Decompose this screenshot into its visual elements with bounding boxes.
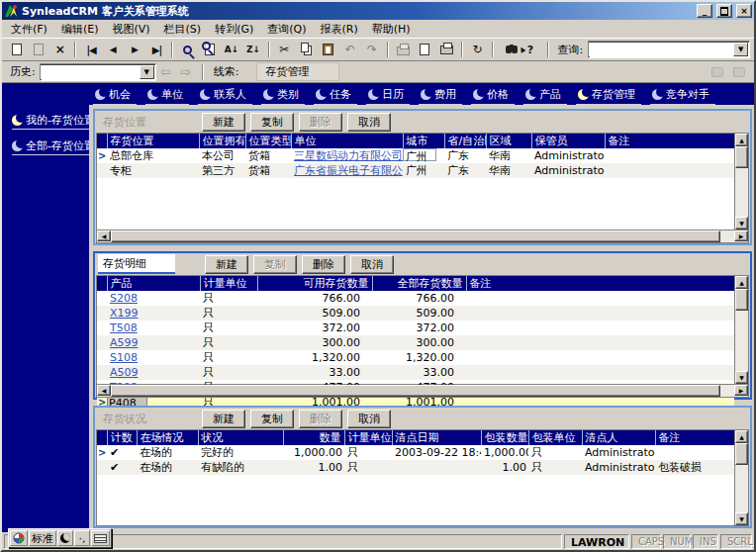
status-cancel-button[interactable]: 取消 <box>347 410 391 428</box>
prev-view-button[interactable] <box>707 62 728 82</box>
preview-button[interactable] <box>199 40 220 59</box>
menu-goto[interactable]: 转到(G) <box>208 20 260 39</box>
col-unit[interactable]: 计量单位 <box>344 430 392 445</box>
find-button[interactable] <box>177 40 198 59</box>
col-total-qty[interactable]: 全部存货数量 <box>372 276 466 291</box>
menu-file[interactable]: 文件(F) <box>4 20 54 39</box>
company-link[interactable]: 广东省振兴电子有限公司 <box>294 164 403 177</box>
col-location[interactable]: 存货位置 <box>107 134 199 148</box>
tab-inventory-active[interactable]: 存货管理 <box>576 86 641 105</box>
detail-copy-button[interactable]: 复制 <box>253 255 297 274</box>
tab-expense[interactable]: 费用 <box>419 86 462 105</box>
table-row[interactable]: A599只300.00300.00 <box>97 335 734 350</box>
product-link[interactable]: S208 <box>110 292 138 305</box>
col-counter[interactable]: 清点人 <box>582 430 655 445</box>
horizontal-scrollbar[interactable]: ◀ ▶ <box>96 385 749 398</box>
detail-cancel-button[interactable]: 取消 <box>350 255 394 274</box>
product-link[interactable]: A599 <box>110 336 139 349</box>
history-input[interactable] <box>41 65 139 79</box>
tab-opportunity[interactable]: 机会 <box>93 86 137 105</box>
location-new-button[interactable]: 新建 <box>202 113 245 132</box>
location-delete-button[interactable]: 删除 <box>299 113 342 132</box>
context-help-button[interactable]: ? <box>520 40 540 59</box>
col-note[interactable]: 备注 <box>655 430 734 445</box>
scroll-thumb[interactable] <box>735 443 748 465</box>
delete-record-button[interactable]: × <box>49 40 70 59</box>
scroll-down-button[interactable]: ▼ <box>735 371 748 384</box>
scroll-thumb[interactable] <box>735 146 748 168</box>
vertical-scrollbar[interactable]: ▲ ▼ <box>734 134 748 230</box>
cut-button[interactable]: ✂ <box>274 40 295 59</box>
menu-report[interactable]: 报表(R) <box>314 20 365 39</box>
col-company[interactable]: 单位 <box>291 134 403 148</box>
copy-button[interactable] <box>296 40 317 59</box>
col-presence[interactable]: 在场情况 <box>137 430 198 445</box>
col-quantity[interactable]: 数量 <box>283 430 344 445</box>
next-record-button[interactable]: ▶ <box>125 40 145 59</box>
ime-mode-button[interactable]: 标准 <box>29 530 56 546</box>
scroll-up-button[interactable]: ▲ <box>735 276 748 289</box>
scroll-left-button[interactable]: ◀ <box>97 230 111 241</box>
history-dropdown-button[interactable]: ▼ <box>140 65 154 79</box>
col-product[interactable]: 产品 <box>107 276 200 291</box>
ime-softkeyboard-button[interactable] <box>91 530 110 546</box>
col-count[interactable]: 计数 <box>107 430 137 445</box>
ime-fullhalf-button[interactable] <box>57 530 73 546</box>
restore-button[interactable] <box>716 4 732 18</box>
prev-record-button[interactable]: ◀ <box>103 40 124 59</box>
col-region[interactable]: 区域 <box>486 134 531 148</box>
table-row[interactable]: T508只372.00372.00 <box>97 321 734 335</box>
menu-query[interactable]: 查询(Q) <box>260 20 313 39</box>
city-cell-editor[interactable]: 广州 <box>403 148 436 161</box>
redo-button[interactable]: ↷ <box>361 40 382 59</box>
menu-help[interactable]: 帮助(H) <box>365 20 418 39</box>
table-row[interactable]: X199只509.00509.00 <box>97 306 734 321</box>
col-province[interactable]: 省/自治区 <box>444 134 486 148</box>
query-input[interactable] <box>589 43 732 56</box>
scroll-thumb[interactable] <box>111 230 720 242</box>
product-link[interactable]: A509 <box>110 366 139 379</box>
sidebar-item-all-inventory-locations[interactable]: 全部-存货位置 <box>12 138 95 155</box>
table-row[interactable]: > ✔ 在场的 完好的 1,000.00 只 2003-09-22 18:47 … <box>97 445 734 460</box>
table-row[interactable]: S108只1,320.001,320.00 <box>97 350 734 365</box>
tab-competitor[interactable]: 竞争对手 <box>650 86 715 105</box>
menu-view[interactable]: 视图(V) <box>105 20 156 39</box>
location-copy-button[interactable]: 复制 <box>250 113 294 132</box>
refresh-button[interactable]: ↻ <box>467 40 488 59</box>
search-button[interactable] <box>498 40 519 59</box>
edit-record-button[interactable] <box>28 40 48 59</box>
close-button[interactable]: × <box>736 4 752 18</box>
tab-company[interactable]: 单位 <box>145 86 189 105</box>
new-record-button[interactable] <box>6 40 27 59</box>
col-condition[interactable]: 状况 <box>198 430 283 445</box>
company-link[interactable]: 三星数码动力有限公司 <box>294 149 403 162</box>
tab-contact[interactable]: 联系人 <box>198 86 252 105</box>
export-button[interactable] <box>415 40 435 59</box>
table-row[interactable]: S208只766.00766.00 <box>97 291 734 306</box>
print-button[interactable] <box>393 40 414 59</box>
undo-button[interactable]: ↶ <box>339 40 360 59</box>
scroll-thumb[interactable] <box>111 385 720 397</box>
tab-category[interactable]: 类别 <box>261 86 305 105</box>
table-row[interactable]: ✔ 在场的 有缺陷的 1.00 只 1.00 只 Administrator <box>97 460 734 475</box>
print-preview-button[interactable] <box>436 40 457 59</box>
tab-price[interactable]: 价格 <box>471 86 515 105</box>
detail-new-button[interactable]: 新建 <box>205 255 248 274</box>
sort-descending-button[interactable]: Z↓ <box>243 40 264 59</box>
col-note[interactable]: 备注 <box>466 276 734 291</box>
table-row[interactable]: > 总部仓库 本公司 货箱 三星数码动力有限公司 广州 广东 华南 Admini… <box>97 148 734 163</box>
scroll-right-button[interactable]: ▶ <box>734 385 748 396</box>
status-new-button[interactable]: 新建 <box>202 410 245 428</box>
menu-columns[interactable]: 栏目(S) <box>157 20 209 39</box>
status-delete-button[interactable]: 删除 <box>299 410 342 428</box>
menu-edit[interactable]: 编辑(E) <box>54 20 106 39</box>
minimize-button[interactable]: _ <box>697 4 712 18</box>
detail-delete-button[interactable]: 删除 <box>302 255 345 274</box>
history-combobox[interactable]: ▼ <box>40 63 156 81</box>
next-view-button[interactable] <box>728 62 750 82</box>
query-combobox[interactable]: ▼ <box>588 41 750 58</box>
product-link[interactable]: T508 <box>110 322 138 334</box>
first-record-button[interactable]: |◀ <box>80 40 101 59</box>
col-note[interactable]: 备注 <box>605 134 734 148</box>
ime-logo-icon[interactable] <box>10 530 28 546</box>
